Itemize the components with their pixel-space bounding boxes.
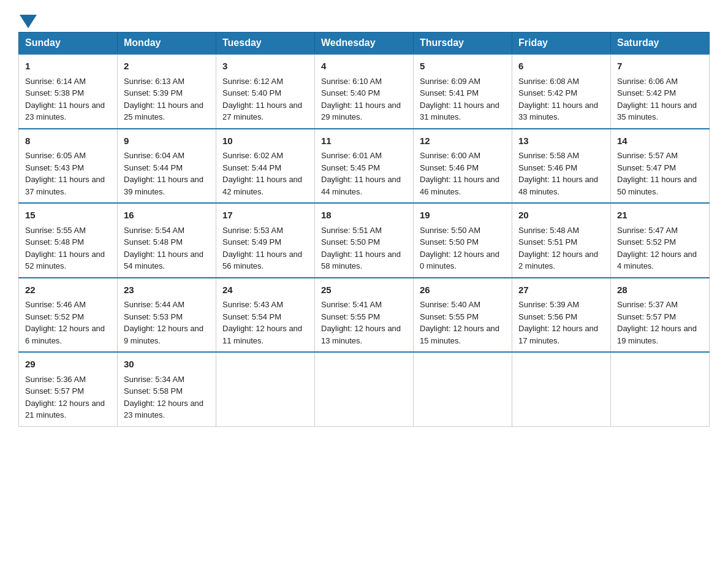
sunrise-text: Sunrise: 6:00 AM	[420, 151, 480, 160]
day-number: 7	[617, 59, 703, 74]
daylight-text: Daylight: 11 hours and 58 minutes.	[321, 250, 401, 271]
week-row-4: 22Sunrise: 5:46 AMSunset: 5:52 PMDayligh…	[19, 278, 710, 353]
sunset-text: Sunset: 5:45 PM	[321, 163, 380, 172]
calendar-cell: 24Sunrise: 5:43 AMSunset: 5:54 PMDayligh…	[216, 278, 315, 353]
sunset-text: Sunset: 5:57 PM	[25, 386, 84, 396]
daylight-text: Daylight: 11 hours and 50 minutes.	[617, 175, 697, 196]
sunset-text: Sunset: 5:44 PM	[124, 163, 183, 172]
calendar-cell: 3Sunrise: 6:12 AMSunset: 5:40 PMDaylight…	[216, 54, 315, 129]
sunrise-text: Sunrise: 5:41 AM	[321, 300, 382, 309]
daylight-text: Daylight: 11 hours and 27 minutes.	[222, 101, 302, 122]
daylight-text: Daylight: 12 hours and 6 minutes.	[25, 324, 105, 345]
daylight-text: Daylight: 11 hours and 35 minutes.	[617, 101, 697, 122]
week-row-1: 1Sunrise: 6:14 AMSunset: 5:38 PMDaylight…	[19, 54, 710, 129]
day-number: 8	[25, 134, 111, 148]
day-number: 1	[25, 59, 111, 74]
sunrise-text: Sunrise: 5:57 AM	[617, 151, 678, 160]
day-number: 30	[124, 358, 210, 372]
daylight-text: Daylight: 12 hours and 21 minutes.	[25, 399, 105, 420]
calendar-cell: 15Sunrise: 5:55 AMSunset: 5:48 PMDayligh…	[19, 203, 118, 278]
calendar-cell: 5Sunrise: 6:09 AMSunset: 5:41 PMDaylight…	[414, 54, 512, 129]
calendar-cell: 13Sunrise: 5:58 AMSunset: 5:46 PMDayligh…	[512, 129, 611, 204]
daylight-text: Daylight: 11 hours and 48 minutes.	[518, 175, 598, 196]
day-number: 29	[25, 358, 111, 372]
calendar-cell: 22Sunrise: 5:46 AMSunset: 5:52 PMDayligh…	[19, 278, 118, 353]
sunrise-text: Sunrise: 6:06 AM	[617, 77, 678, 86]
calendar-cell: 17Sunrise: 5:53 AMSunset: 5:49 PMDayligh…	[216, 203, 315, 278]
day-number: 10	[222, 134, 308, 148]
sunrise-text: Sunrise: 6:01 AM	[321, 151, 382, 160]
calendar-header-row: SundayMondayTuesdayWednesdayThursdayFrid…	[19, 33, 710, 55]
sunset-text: Sunset: 5:47 PM	[617, 163, 676, 172]
day-number: 25	[321, 283, 407, 297]
day-number: 11	[321, 134, 407, 148]
sunrise-text: Sunrise: 5:48 AM	[518, 226, 579, 235]
week-row-3: 15Sunrise: 5:55 AMSunset: 5:48 PMDayligh…	[19, 203, 710, 278]
daylight-text: Daylight: 11 hours and 25 minutes.	[124, 101, 203, 122]
sunset-text: Sunset: 5:50 PM	[420, 237, 479, 247]
daylight-text: Daylight: 12 hours and 2 minutes.	[518, 250, 598, 271]
day-number: 5	[420, 59, 506, 74]
sunrise-text: Sunrise: 5:43 AM	[222, 300, 283, 309]
sunrise-text: Sunrise: 5:55 AM	[25, 226, 86, 235]
day-number: 2	[124, 59, 210, 74]
sunrise-text: Sunrise: 5:58 AM	[518, 151, 579, 160]
calendar-cell: 11Sunrise: 6:01 AMSunset: 5:45 PMDayligh…	[315, 129, 414, 204]
calendar-cell	[216, 352, 315, 426]
calendar-cell: 18Sunrise: 5:51 AMSunset: 5:50 PMDayligh…	[315, 203, 414, 278]
sunrise-text: Sunrise: 6:05 AM	[25, 151, 86, 160]
day-number: 15	[25, 209, 111, 223]
daylight-text: Daylight: 12 hours and 19 minutes.	[617, 324, 697, 345]
sunset-text: Sunset: 5:52 PM	[617, 237, 676, 247]
day-number: 26	[420, 283, 506, 297]
day-number: 9	[124, 134, 210, 148]
sunrise-text: Sunrise: 6:08 AM	[518, 77, 579, 86]
calendar-cell: 25Sunrise: 5:41 AMSunset: 5:55 PMDayligh…	[315, 278, 414, 353]
daylight-text: Daylight: 11 hours and 37 minutes.	[25, 175, 105, 196]
daylight-text: Daylight: 11 hours and 31 minutes.	[420, 101, 499, 122]
day-number: 17	[222, 209, 308, 223]
sunset-text: Sunset: 5:48 PM	[124, 237, 183, 247]
daylight-text: Daylight: 11 hours and 42 minutes.	[222, 175, 302, 196]
sunset-text: Sunset: 5:48 PM	[25, 237, 84, 247]
sunrise-text: Sunrise: 5:51 AM	[321, 226, 382, 235]
day-number: 13	[518, 134, 604, 148]
sunrise-text: Sunrise: 5:34 AM	[124, 375, 184, 384]
day-header-sunday: Sunday	[19, 33, 118, 55]
calendar-cell: 6Sunrise: 6:08 AMSunset: 5:42 PMDaylight…	[512, 54, 611, 129]
sunset-text: Sunset: 5:46 PM	[420, 163, 479, 172]
calendar-cell	[512, 352, 611, 426]
sunrise-text: Sunrise: 6:09 AM	[420, 77, 480, 86]
calendar-cell: 4Sunrise: 6:10 AMSunset: 5:40 PMDaylight…	[315, 54, 414, 129]
sunrise-text: Sunrise: 5:53 AM	[222, 226, 283, 235]
calendar-cell	[611, 352, 710, 426]
calendar-cell: 28Sunrise: 5:37 AMSunset: 5:57 PMDayligh…	[611, 278, 710, 353]
sunset-text: Sunset: 5:52 PM	[25, 312, 84, 321]
sunset-text: Sunset: 5:58 PM	[124, 386, 183, 396]
sunrise-text: Sunrise: 5:47 AM	[617, 226, 678, 235]
week-row-2: 8Sunrise: 6:05 AMSunset: 5:43 PMDaylight…	[19, 129, 710, 204]
calendar-table: SundayMondayTuesdayWednesdayThursdayFrid…	[18, 32, 710, 427]
sunset-text: Sunset: 5:54 PM	[222, 312, 281, 321]
daylight-text: Daylight: 11 hours and 52 minutes.	[25, 250, 105, 271]
day-header-monday: Monday	[118, 33, 216, 55]
calendar-cell: 16Sunrise: 5:54 AMSunset: 5:48 PMDayligh…	[118, 203, 216, 278]
day-number: 14	[617, 134, 703, 148]
daylight-text: Daylight: 12 hours and 17 minutes.	[518, 324, 598, 345]
daylight-text: Daylight: 11 hours and 56 minutes.	[222, 250, 302, 271]
sunset-text: Sunset: 5:39 PM	[124, 88, 183, 98]
sunrise-text: Sunrise: 6:10 AM	[321, 77, 382, 86]
day-header-friday: Friday	[512, 33, 611, 55]
sunset-text: Sunset: 5:42 PM	[518, 88, 577, 98]
sunrise-text: Sunrise: 5:36 AM	[25, 375, 86, 384]
day-number: 20	[518, 209, 604, 223]
calendar-cell: 14Sunrise: 5:57 AMSunset: 5:47 PMDayligh…	[611, 129, 710, 204]
day-number: 22	[25, 283, 111, 297]
calendar-cell: 21Sunrise: 5:47 AMSunset: 5:52 PMDayligh…	[611, 203, 710, 278]
sunset-text: Sunset: 5:44 PM	[222, 163, 281, 172]
daylight-text: Daylight: 12 hours and 15 minutes.	[420, 324, 499, 345]
day-number: 21	[617, 209, 703, 223]
calendar-cell: 9Sunrise: 6:04 AMSunset: 5:44 PMDaylight…	[118, 129, 216, 204]
day-number: 16	[124, 209, 210, 223]
sunset-text: Sunset: 5:51 PM	[518, 237, 577, 247]
